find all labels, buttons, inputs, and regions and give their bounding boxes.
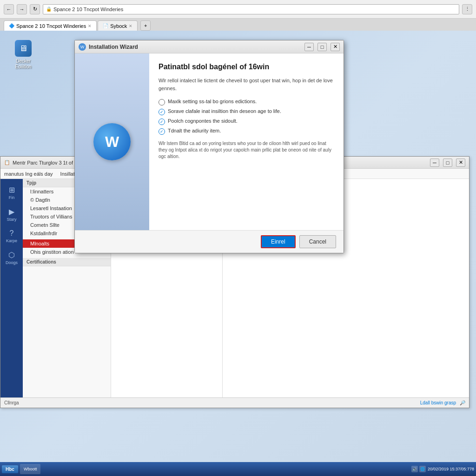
wizard-radio-1[interactable] [159,99,165,106]
wizard-item-2-label: Sorave clafale inat insiltion thin deseo… [168,108,281,114]
wizard-item-1-label: Maxlk setting ss-tal bo grions edictions… [168,99,257,104]
back-button[interactable]: ← [4,4,14,14]
taskbar-systray: 🔊 🌐 [411,466,426,472]
systray-icon-2[interactable]: 🌐 [419,466,426,472]
wizard-radio-2[interactable] [159,109,165,115]
wizard-logo-letter: W [105,133,119,151]
taskbar-clock: 20/02/2019 15:37/05:778 [428,467,474,471]
wizard-item-1[interactable]: Maxlk setting ss-tal bo grions edictions… [159,99,334,106]
taskbar-start-button[interactable]: Hbc [2,465,18,473]
browser-chrome: ← → ↻ 🔒 Spance 2 10 Tncpot Winderies ⋮ [0,0,476,19]
wizard-body: W Patinatbl sdol bagénel of 16win Wlr re… [75,53,344,230]
wizard-close-button[interactable]: ✕ [331,43,340,51]
refresh-button[interactable]: ↻ [30,4,40,14]
tab-2[interactable]: 📄 Sybock ✕ [98,20,138,31]
wizard-radio-4[interactable] [159,128,165,135]
modal-overlay: W Installation Wizard ─ □ ✕ W Patinatbl … [0,31,476,462]
wizard-item-4[interactable]: Tdnalt the adiurity item. [159,128,334,135]
wizard-item-3-label: Poolch cognpontes the sidoult. [168,118,238,124]
wizard-icon: W [79,43,86,51]
wizard-maximize-button[interactable]: □ [317,43,327,51]
settings-button[interactable]: ⋮ [462,4,472,14]
wizard-cancel-button[interactable]: Cancel [299,235,336,248]
wizard-intro: Wlr rellol intalect lie tictent de cheve… [159,77,334,92]
wizard-item-4-label: Tdnalt the adiurity item. [168,128,221,133]
wizard-minimize-button[interactable]: ─ [304,43,314,51]
wizard-titlebar: W Installation Wizard ─ □ ✕ [75,40,344,53]
tab-1[interactable]: 🔷 Spance 2 10 Tncpot Winderies ✕ [4,20,97,31]
taskbar: Hbc Wboott 🔊 🌐 20/02/2019 15:37/05:778 [0,462,476,476]
wizard-item-3[interactable]: Poolch cognpontes the sidoult. [159,118,334,125]
systray-icon-1[interactable]: 🔊 [411,466,418,472]
wizard-extra-text: Wlr lstem Bltid ca ad on yoring lestsrs … [159,140,334,160]
wizard-confirm-button[interactable]: Einrel [261,235,296,248]
wizard-sidebar: W [75,53,149,230]
address-text: Spance 2 10 Tncpot Winderies [53,7,123,12]
taskbar-date: 20/02/2019 15:37/05:778 [428,467,474,471]
wizard-item-2[interactable]: Sorave clafale inat insiltion thin deseo… [159,108,334,115]
address-bar[interactable]: 🔒 Spance 2 10 Tncpot Winderies [43,4,459,14]
forward-button[interactable]: → [17,4,27,14]
wizard-radio-3[interactable] [159,119,165,125]
new-tab-button[interactable]: + [140,20,151,31]
tab-1-label: Spance 2 10 Tncpot Winderies [16,23,86,29]
desktop: 🖥 Decker Eoiiition W Installation Wizard… [0,31,476,462]
wizard-logo: W [93,123,131,160]
wizard-dialog: W Installation Wizard ─ □ ✕ W Patinatbl … [74,40,344,253]
wizard-footer: Einrel Cancel [75,230,344,253]
wizard-heading: Patinatbl sdol bagénel of 16win [159,63,334,71]
tab-bar: 🔷 Spance 2 10 Tncpot Winderies ✕ 📄 Syboc… [0,19,476,31]
wizard-content: Patinatbl sdol bagénel of 16win Wlr rell… [149,53,344,230]
wizard-title: Installation Wizard [89,44,301,50]
taskbar-task-wboott[interactable]: Wboott [20,464,41,474]
tab-2-label: Sybock [110,23,127,29]
